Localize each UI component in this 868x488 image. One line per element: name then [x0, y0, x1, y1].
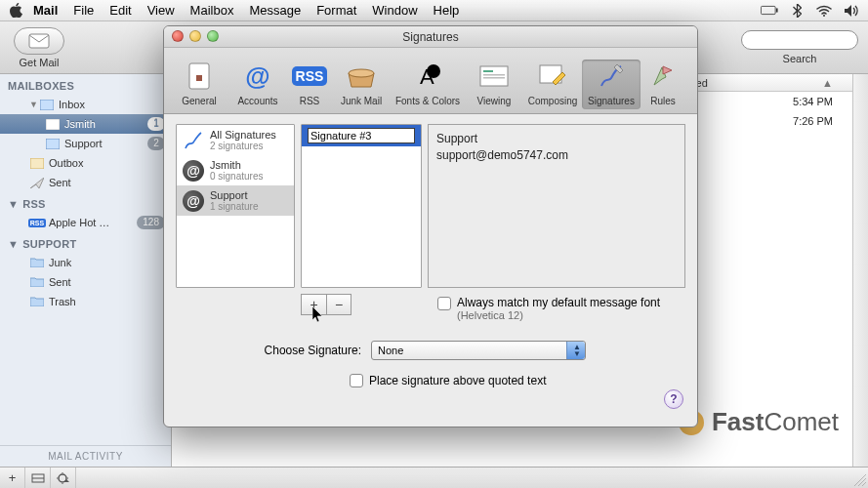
tab-accounts[interactable]: @Accounts: [228, 60, 287, 109]
sidebar-inbox[interactable]: ▼ Inbox: [0, 95, 171, 114]
sidebar-item-label: Apple Hot …: [49, 217, 137, 228]
support-header[interactable]: ▼SUPPORT: [0, 232, 171, 253]
get-mail-button[interactable]: Get Mail: [10, 27, 68, 68]
tab-general[interactable]: General: [170, 60, 228, 109]
menu-view[interactable]: View: [147, 3, 175, 18]
svg-rect-18: [483, 74, 505, 76]
tab-viewing[interactable]: Viewing: [465, 60, 523, 109]
sidebar-item-label: Support: [64, 138, 147, 149]
sidebar: MAILBOXES ▼ Inbox Jsmith 1 Support 2 Out…: [0, 74, 172, 467]
sidebar-trash-folder[interactable]: Trash: [0, 292, 171, 311]
always-match-sub: (Helvetica 12): [457, 309, 660, 321]
close-icon[interactable]: [172, 30, 184, 42]
svg-rect-12: [196, 75, 202, 81]
sidebar-inbox-support[interactable]: Support 2: [0, 134, 171, 153]
outbox-icon: [29, 155, 45, 171]
editor-line: support@demo5747.com: [436, 147, 677, 164]
minimize-icon[interactable]: [189, 30, 201, 42]
action-button[interactable]: [51, 468, 76, 489]
sidebar-inbox-jsmith[interactable]: Jsmith 1: [0, 114, 171, 134]
sent-icon: [29, 175, 45, 190]
mouse-cursor-icon: [312, 306, 326, 324]
account-row-support[interactable]: @ Support1 signature: [177, 185, 294, 216]
rss-icon: RSS: [29, 215, 45, 230]
wifi-icon[interactable]: [815, 4, 833, 18]
sidebar-sent-folder[interactable]: Sent: [0, 272, 171, 292]
sidebar-item-label: Outbox: [49, 157, 171, 169]
apple-icon[interactable]: [8, 3, 23, 19]
menu-edit[interactable]: Edit: [109, 3, 131, 18]
account-sub: 0 signatures: [210, 171, 263, 182]
tab-junk-mail[interactable]: Junk Mail: [332, 60, 391, 109]
menubar: Mail File Edit View Mailbox Message Form…: [0, 0, 868, 21]
menu-format[interactable]: Format: [316, 3, 356, 18]
app-name[interactable]: Mail: [33, 3, 58, 18]
svg-rect-5: [46, 119, 60, 130]
at-icon: @: [183, 190, 204, 212]
svg-rect-0: [761, 6, 775, 14]
editor-line: Support: [436, 131, 677, 147]
disclosure-triangle-icon[interactable]: ▼: [29, 100, 39, 109]
remove-signature-button[interactable]: −: [326, 294, 351, 315]
sidebar-item-label: Junk: [49, 257, 171, 268]
folder-icon: [29, 294, 45, 309]
sidebar-outbox[interactable]: Outbox: [0, 153, 171, 173]
menu-window[interactable]: Window: [372, 3, 417, 18]
signature-editor[interactable]: Support support@demo5747.com: [428, 124, 685, 288]
account-row-all[interactable]: All Signatures2 signatures: [177, 125, 294, 155]
add-signature-button[interactable]: +: [301, 294, 326, 315]
signature-name-input[interactable]: [308, 128, 415, 143]
help-button[interactable]: ?: [664, 389, 683, 409]
fastcomet-watermark: FastComet: [679, 407, 839, 437]
pref-title-text: Signatures: [402, 30, 458, 44]
menu-mailbox[interactable]: Mailbox: [190, 3, 234, 18]
battery-icon[interactable]: [761, 4, 778, 18]
tab-rules[interactable]: Rules: [641, 60, 685, 109]
sidebar-item-label: Sent: [49, 276, 171, 288]
account-row-jsmith[interactable]: @ Jsmith0 signatures: [177, 155, 294, 185]
at-icon: @: [183, 160, 204, 182]
select-value: None: [378, 345, 403, 356]
choose-signature-select[interactable]: None ▲▼: [371, 341, 586, 360]
account-sub: 1 signature: [210, 201, 258, 212]
sidebar-junk[interactable]: Junk: [0, 253, 171, 272]
add-button[interactable]: +: [0, 468, 25, 489]
svg-rect-17: [483, 70, 493, 72]
sidebar-item-label: Inbox: [59, 99, 171, 110]
inbox-icon: [45, 136, 61, 151]
zoom-icon[interactable]: [207, 30, 219, 42]
sidebar-item-label: Jsmith: [64, 118, 147, 130]
sidebar-item-label: Trash: [49, 296, 171, 307]
account-sub: 2 signatures: [210, 141, 276, 151]
place-above-checkbox[interactable]: [350, 374, 363, 387]
menu-help[interactable]: Help: [434, 3, 460, 18]
pref-toolbar: General @Accounts RSSRSS Junk Mail AFont…: [164, 48, 697, 114]
account-name: Support: [210, 189, 248, 201]
folder-icon: [29, 274, 45, 290]
preferences-window: Signatures General @Accounts RSSRSS Junk…: [163, 25, 698, 427]
always-match-checkbox[interactable]: [437, 297, 451, 310]
tab-composing[interactable]: Composing: [523, 60, 582, 109]
always-match-label: Always match my default message font: [457, 296, 660, 309]
show-button[interactable]: [25, 468, 51, 489]
tab-rss[interactable]: RSSRSS: [287, 60, 332, 109]
sidebar-sent[interactable]: Sent: [0, 173, 171, 192]
unread-badge: 128: [137, 216, 165, 229]
msg-time: 5:34 PM: [774, 96, 852, 107]
signature-name-row[interactable]: [302, 125, 421, 146]
volume-icon[interactable]: [843, 4, 860, 18]
svg-rect-1: [776, 8, 778, 12]
search-input[interactable]: [741, 30, 858, 50]
pref-titlebar[interactable]: Signatures: [164, 26, 697, 48]
sidebar-apple-hot[interactable]: RSS Apple Hot … 128: [0, 213, 171, 232]
resize-grip-icon[interactable]: [854, 474, 866, 486]
menu-file[interactable]: File: [73, 3, 94, 18]
svg-rect-6: [46, 139, 60, 149]
msg-time: 7:26 PM: [774, 115, 852, 127]
tab-signatures[interactable]: Signatures: [582, 60, 641, 109]
scrollbar[interactable]: [852, 74, 868, 467]
tab-fonts-colors[interactable]: AFonts & Colors: [391, 60, 465, 109]
bluetooth-icon[interactable]: [788, 4, 806, 18]
rss-header[interactable]: ▼RSS: [0, 192, 171, 213]
menu-message[interactable]: Message: [249, 3, 301, 18]
